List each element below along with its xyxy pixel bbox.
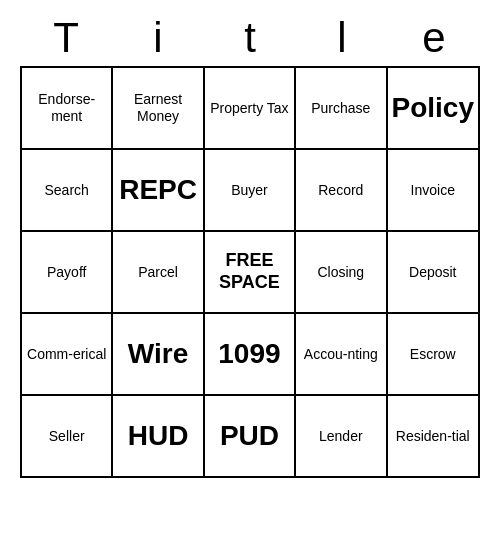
cell-r1-c4: Invoice: [388, 150, 480, 232]
cell-r4-c3: Lender: [296, 396, 387, 478]
title-row: Title: [20, 10, 480, 66]
title-letter-t: t: [204, 10, 296, 66]
cell-r0-c3: Purchase: [296, 68, 387, 150]
cell-r4-c2: PUD: [205, 396, 296, 478]
bingo-grid: Endorse-mentEarnest MoneyProperty TaxPur…: [20, 66, 480, 478]
cell-r4-c0: Seller: [22, 396, 113, 478]
cell-r3-c3: Accou-nting: [296, 314, 387, 396]
cell-r2-c4: Deposit: [388, 232, 480, 314]
cell-r0-c4: Policy: [388, 68, 480, 150]
cell-r1-c2: Buyer: [205, 150, 296, 232]
cell-r3-c2: 1099: [205, 314, 296, 396]
cell-r2-c3: Closing: [296, 232, 387, 314]
cell-r3-c1: Wire: [113, 314, 204, 396]
cell-r2-c1: Parcel: [113, 232, 204, 314]
title-letter-e: e: [388, 10, 480, 66]
title-letter-t: T: [20, 10, 112, 66]
cell-r1-c0: Search: [22, 150, 113, 232]
cell-r3-c0: Comm-erical: [22, 314, 113, 396]
cell-r2-c0: Payoff: [22, 232, 113, 314]
title-letter-i: i: [112, 10, 204, 66]
cell-r3-c4: Escrow: [388, 314, 480, 396]
cell-r4-c1: HUD: [113, 396, 204, 478]
cell-r4-c4: Residen-tial: [388, 396, 480, 478]
cell-r1-c3: Record: [296, 150, 387, 232]
cell-r1-c1: REPC: [113, 150, 204, 232]
bingo-card: Title Endorse-mentEarnest MoneyProperty …: [20, 10, 480, 478]
cell-r0-c2: Property Tax: [205, 68, 296, 150]
title-letter-l: l: [296, 10, 388, 66]
cell-r0-c0: Endorse-ment: [22, 68, 113, 150]
cell-r0-c1: Earnest Money: [113, 68, 204, 150]
cell-r2-c2: FREE SPACE: [205, 232, 296, 314]
